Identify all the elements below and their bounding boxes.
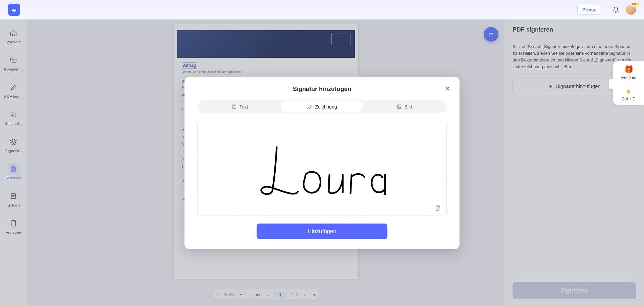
top-bar: Preise PRO bbox=[0, 0, 644, 19]
pricing-button[interactable]: Preise bbox=[577, 5, 601, 15]
text-icon bbox=[231, 104, 237, 109]
signature-canvas[interactable] bbox=[197, 121, 447, 215]
drawn-signature bbox=[255, 141, 389, 202]
event-label: Ereignis bbox=[621, 75, 636, 80]
user-avatar[interactable]: PRO bbox=[626, 5, 636, 15]
notifications-icon[interactable] bbox=[612, 6, 619, 13]
tab-label: Bild bbox=[405, 104, 412, 109]
tab-image[interactable]: Bild bbox=[363, 100, 445, 113]
tab-drawing[interactable]: Zeichnung bbox=[281, 100, 363, 113]
topbar-divider bbox=[607, 6, 607, 13]
logo-icon bbox=[11, 6, 17, 13]
gift-icon: 🎁 bbox=[624, 65, 633, 74]
dialog-add-button[interactable]: Hinzufügen bbox=[257, 223, 387, 239]
image-icon bbox=[396, 104, 402, 109]
expand-handle[interactable]: ‹ bbox=[609, 79, 613, 89]
tab-text[interactable]: Text bbox=[199, 100, 281, 113]
add-signature-dialog: Signatur hinzufügen Text Zeichnung Bild … bbox=[184, 77, 460, 249]
tab-label: Zeichnung bbox=[315, 104, 337, 109]
bookmark-promo[interactable]: ★ Ctrl + D bbox=[613, 83, 644, 105]
tab-label: Text bbox=[239, 104, 248, 109]
signature-type-tabs: Text Zeichnung Bild bbox=[198, 100, 446, 113]
app-logo[interactable] bbox=[8, 4, 20, 16]
pro-badge: PRO bbox=[630, 2, 641, 7]
promo-side-panel: ‹ 🎁 Ereignis ★ Ctrl + D bbox=[613, 61, 644, 105]
svg-rect-7 bbox=[397, 105, 401, 108]
event-promo[interactable]: 🎁 Ereignis bbox=[613, 61, 644, 83]
pen-icon bbox=[307, 104, 312, 109]
dialog-title: Signatur hinzufügen bbox=[195, 85, 449, 92]
close-icon[interactable] bbox=[445, 85, 451, 91]
svg-point-8 bbox=[398, 105, 399, 106]
star-icon: ★ bbox=[626, 87, 632, 95]
bookmark-label: Ctrl + D bbox=[622, 97, 635, 101]
trash-icon[interactable] bbox=[434, 204, 441, 211]
